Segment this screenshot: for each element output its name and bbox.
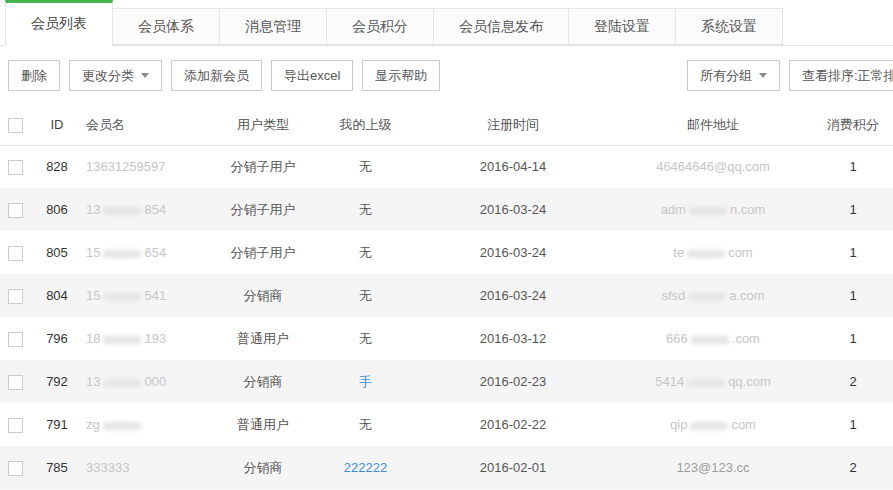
points: 2 <box>813 360 893 403</box>
upline: 手 <box>318 360 413 403</box>
row-checkbox[interactable] <box>8 160 23 175</box>
register-time: 2016-02-01 <box>413 446 613 489</box>
col-header-email: 邮件地址 <box>613 105 813 145</box>
member-name-text: 15 <box>86 288 100 303</box>
register-time: 2016-03-24 <box>413 274 613 317</box>
email-text: 5414 <box>655 374 684 389</box>
upline-link[interactable]: 手 <box>359 374 372 389</box>
add-member-button[interactable]: 添加新会员 <box>171 60 262 91</box>
user-type: 分销子用户 <box>208 145 318 188</box>
table-row: 785 333333 分销商 222222 2016-02-01 123@123… <box>0 446 893 489</box>
redaction-blur <box>690 422 728 430</box>
tab-member-system[interactable]: 会员体系 <box>112 8 220 45</box>
view-sort-button[interactable]: 查看排序:正常排序 <box>789 60 893 91</box>
redaction-blur <box>687 379 725 387</box>
email-text: qip <box>670 417 687 432</box>
tab-member-info-publish[interactable]: 会员信息发布 <box>433 8 569 45</box>
email-text: a.com <box>729 288 764 303</box>
register-time: 2016-03-12 <box>413 317 613 360</box>
row-checkbox[interactable] <box>8 332 23 347</box>
email: 46464646@qq.com <box>613 145 813 188</box>
redaction-blur <box>103 250 141 258</box>
member-name-text: 541 <box>144 288 166 303</box>
member-name-text: 18 <box>86 331 100 346</box>
email-text: 46464646@qq.com <box>656 159 770 174</box>
row-checkbox[interactable] <box>8 289 23 304</box>
user-type: 普通用户 <box>208 317 318 360</box>
email-text: .com <box>732 331 760 346</box>
tab-message-management[interactable]: 消息管理 <box>219 8 327 45</box>
member-id: 828 <box>36 145 78 188</box>
email: sfsda.com <box>613 274 813 317</box>
col-header-upline: 我的上级 <box>318 105 413 145</box>
member-id: 792 <box>36 360 78 403</box>
upline: 无 <box>318 231 413 274</box>
table-row: 806 13854 分销子用户 无 2016-03-24 admn.com 1 <box>0 188 893 231</box>
upline: 无 <box>318 188 413 231</box>
member-name: 13854 <box>78 188 208 231</box>
row-checkbox[interactable] <box>8 418 23 433</box>
export-excel-button[interactable]: 导出excel <box>271 60 353 91</box>
member-name-text: 15 <box>86 245 100 260</box>
row-checkbox[interactable] <box>8 375 23 390</box>
tab-system-settings[interactable]: 系统设置 <box>675 8 783 45</box>
member-name: zg <box>78 403 208 446</box>
redaction-blur <box>103 207 141 215</box>
member-name: 18193 <box>78 317 208 360</box>
change-category-dropdown[interactable]: 更改分类 <box>69 60 162 91</box>
member-name: 13631259597 <box>78 145 208 188</box>
email-text: com <box>728 245 753 260</box>
tab-login-settings[interactable]: 登陆设置 <box>568 8 676 45</box>
tab-member-list[interactable]: 会员列表 <box>5 0 113 46</box>
table-row: 792 13000 分销商 手 2016-02-23 5414qq.com 2 <box>0 360 893 403</box>
redaction-blur <box>687 250 725 258</box>
show-help-button[interactable]: 显示帮助 <box>362 60 440 91</box>
redaction-blur <box>688 293 726 301</box>
email: qipcom <box>613 403 813 446</box>
email-text: 123@123.cc <box>676 460 749 475</box>
col-header-member-name: 会员名 <box>78 105 208 145</box>
chevron-down-icon <box>759 73 767 78</box>
redaction-blur <box>103 336 141 344</box>
member-id: 805 <box>36 231 78 274</box>
register-time: 2016-04-14 <box>413 145 613 188</box>
user-type: 分销子用户 <box>208 231 318 274</box>
member-name-text: 000 <box>144 374 166 389</box>
user-type: 分销子用户 <box>208 188 318 231</box>
redaction-blur <box>103 379 141 387</box>
row-checkbox[interactable] <box>8 203 23 218</box>
member-name-text: 654 <box>144 245 166 260</box>
redaction-blur <box>689 207 727 215</box>
register-time: 2016-02-22 <box>413 403 613 446</box>
points: 1 <box>813 231 893 274</box>
upline: 222222 <box>318 446 413 489</box>
register-time: 2016-03-24 <box>413 188 613 231</box>
tab-bar: 会员列表 会员体系 消息管理 会员积分 会员信息发布 登陆设置 系统设置 <box>0 0 893 46</box>
email: 5414qq.com <box>613 360 813 403</box>
member-name-text: 13 <box>86 374 100 389</box>
row-checkbox[interactable] <box>8 246 23 261</box>
member-name-text: 193 <box>144 331 166 346</box>
email-text: adm <box>661 202 686 217</box>
all-groups-dropdown[interactable]: 所有分组 <box>687 60 780 91</box>
toolbar: 删除 更改分类 添加新会员 导出excel 显示帮助 所有分组 查看排序:正常排… <box>0 46 893 91</box>
points: 1 <box>813 188 893 231</box>
tab-member-points[interactable]: 会员积分 <box>326 8 434 45</box>
table-row: 805 15654 分销子用户 无 2016-03-24 tecom 1 <box>0 231 893 274</box>
all-groups-label: 所有分组 <box>700 68 752 83</box>
member-id: 785 <box>36 446 78 489</box>
member-name: 15654 <box>78 231 208 274</box>
row-checkbox[interactable] <box>8 461 23 476</box>
user-type: 分销商 <box>208 446 318 489</box>
select-all-checkbox[interactable] <box>8 118 23 133</box>
email: admn.com <box>613 188 813 231</box>
points: 1 <box>813 317 893 360</box>
member-id: 791 <box>36 403 78 446</box>
member-name: 13000 <box>78 360 208 403</box>
delete-button[interactable]: 删除 <box>8 60 60 91</box>
member-name: 15541 <box>78 274 208 317</box>
points: 1 <box>813 145 893 188</box>
col-header-register-time: 注册时间 <box>413 105 613 145</box>
member-name-text: 854 <box>144 202 166 217</box>
upline-link[interactable]: 222222 <box>344 460 387 475</box>
